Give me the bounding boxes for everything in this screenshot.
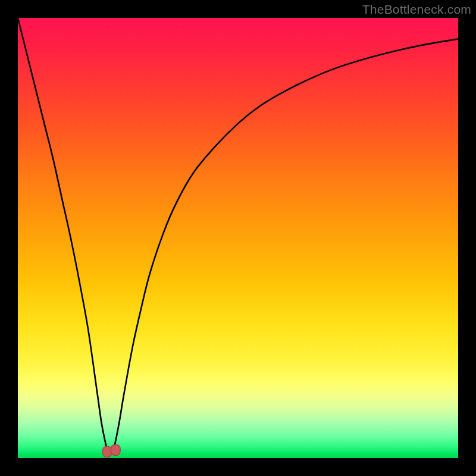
chart-frame: TheBottleneck.com xyxy=(0,0,476,476)
plot-area xyxy=(18,18,458,458)
bottleneck-curve xyxy=(18,18,458,452)
min-markers xyxy=(102,444,120,457)
curve-layer xyxy=(18,18,458,458)
watermark-text: TheBottleneck.com xyxy=(362,2,471,17)
min-marker-right xyxy=(111,444,120,455)
